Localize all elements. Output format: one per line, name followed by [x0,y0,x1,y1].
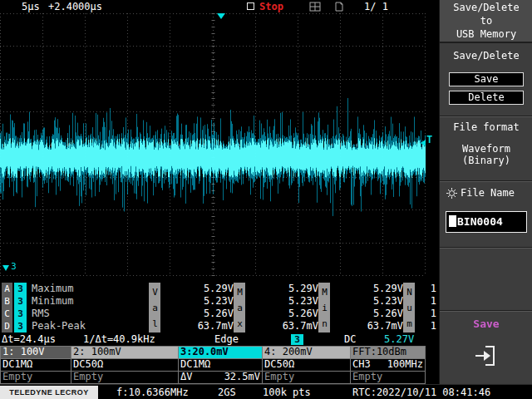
column-label-min: Min [318,283,330,332]
fft-descriptor[interactable]: FFT:10dBm CH3100MHz Empty [350,346,426,384]
measurement-count: 1 [415,308,436,320]
file-name-gear-icon [446,188,457,199]
measurement-min: 5.26V [330,308,403,320]
measurement-value: 5.26V [160,308,234,320]
channel2-coupling: DC50Ω [73,359,103,371]
slot-badge: D [2,320,12,332]
channel1-header: 1: 100V [1,347,71,359]
file-format-label: File format [440,121,532,133]
fft-info: Empty [352,372,382,383]
measurement-name: RMS [32,308,149,320]
source-badge: 3 [14,320,27,332]
measurement-min: 5.29V [330,283,403,295]
channel3-coupling: DC1MΩ [180,359,210,371]
trigger-level-arrow-icon[interactable] [421,140,426,146]
channel4-descriptor[interactable]: 4: 200mV DC50Ω Empty [262,346,351,384]
measurement-min: 5.23V [330,295,403,308]
menu-divider [440,180,532,182]
record-length-readout: 100k pts [263,387,311,398]
slot-badge: A [2,283,12,295]
save-action-button[interactable]: Save [440,318,532,330]
measurement-table: A 3 Maximum 5.29V 5.29V 5.29V 1 B 3 Mini… [0,283,439,332]
acquisition-status[interactable]: Stop [259,1,283,12]
trigger-source-badge: 3 [291,334,303,345]
status-bar: TELEDYNE LECROY f:10.6366MHz 2GS 100k pt… [0,384,532,399]
source-badge: 3 [14,283,27,295]
source-badge: 3 [14,295,27,308]
oscilloscope-screen: 5μs +2.4000μs Stop 1/ 1 T 3 A 3 Maximum … [0,0,532,399]
timebase-display[interactable]: 5μs [22,1,40,12]
channel3-header: 3:20.0mV [179,347,262,359]
channel3-info-label: ΔV [180,372,192,383]
sample-rate-readout: 2GS [218,387,236,398]
file-format-value[interactable]: Waveform (Binary) [440,143,532,166]
channel3-descriptor[interactable]: 3:20.0mV DC1MΩ ΔV32.5mV [178,346,263,384]
column-label-max: Max [234,283,245,332]
fft-source: CH3 [352,359,371,371]
fft-header: FFT:10dBm [351,347,425,359]
hardcopy-icon[interactable] [334,2,344,14]
measurement-max: 5.26V [245,308,318,320]
delete-button[interactable]: Delete [449,91,524,105]
brand-logo: TELEDYNE LECROY [0,386,98,399]
measurement-name: Minimum [32,295,149,308]
channel2-info: Empty [73,372,103,383]
trigger-coupling: DC [344,332,356,346]
measurement-name: Maximum [32,283,149,295]
waveform-canvas[interactable] [0,13,426,276]
frequency-readout: f:10.6366MHz [116,387,189,398]
top-bar: 5μs +2.4000μs Stop 1/ 1 [0,0,439,13]
slot-badge: B [2,295,12,308]
channel-descriptors: 1: 100V DC1MΩ Empty 2: 100mV DC50Ω Empty… [0,346,426,384]
column-label-num: Num [403,283,415,332]
menu-title-line1: Save/Delete [440,1,532,14]
trigger-delay-display[interactable]: +2.4000μs [48,1,102,12]
channel1-coupling: DC1MΩ [2,359,32,371]
menu-title-line3: USB Memory [440,27,532,41]
measurement-row: A 3 Maximum 5.29V 5.29V 5.29V 1 [0,283,439,295]
inv-delta-t-readout: 1/Δt=40.9kHz [83,332,155,346]
measurement-min: 63.7mV [330,320,403,332]
page-indicator: 1/ 1 [364,1,388,12]
measurement-row: B 3 Minimum 5.23V 5.23V 5.23V 1 [0,295,439,308]
menu-divider [440,116,532,117]
measurement-row: C 3 RMS 5.26V 5.26V 5.26V 1 [0,308,439,320]
delta-t-readout: Δt=24.4μs [2,332,56,346]
menu-title-line2: to [440,14,532,27]
file-name-label: File Name [461,187,515,199]
trigger-type: Edge [214,332,239,346]
channel3-info-value: 32.5mV [224,372,260,383]
side-menu: Save/Delete to USB Memory Save/Delete Sa… [439,0,532,384]
measurement-count: 1 [415,295,436,308]
rtc-clock: RTC:2022/10/11 08:41:46 [352,387,490,398]
stop-indicator-icon [247,2,254,10]
measurement-row: D 3 Peak-Peak 63.7mV 63.7mV 63.7mV 1 [0,320,439,332]
column-label-val: Val [149,283,160,332]
channel1-info: Empty [2,372,32,383]
channel3-offset-arrow-icon [2,265,9,271]
save-execute-icon[interactable] [473,341,500,373]
screen-layout-icon[interactable] [309,2,321,14]
save-button[interactable]: Save [449,72,524,86]
trigger-summary[interactable]: Δt=24.4μs 1/Δt=40.9kHz Edge 3 DC 5.27V [0,332,439,346]
channel2-header: 2: 100mV [71,347,178,359]
measurement-name: Peak-Peak [32,320,149,332]
file-name-value: BIN0004 [457,215,503,228]
menu-divider [440,247,532,249]
channel4-info: Empty [264,372,294,383]
trigger-level-readout: 5.27V [384,332,414,346]
trigger-level-marker[interactable]: T [426,134,432,145]
channel1-descriptor[interactable]: 1: 100V DC1MΩ Empty [0,346,71,384]
measurement-count: 1 [415,283,436,295]
file-name-row: File Name [446,187,515,199]
menu-title: Save/Delete to USB Memory [440,0,532,43]
slot-badge: C [2,308,12,320]
measurement-count: 1 [415,320,436,332]
file-format-line1: Waveform [440,143,532,155]
menu-divider [440,310,532,312]
channel2-descriptor[interactable]: 2: 100mV DC50Ω Empty [71,346,179,384]
file-name-input[interactable]: BIN0004 [446,211,527,233]
channel3-offset-marker[interactable]: 3 [2,262,17,271]
trigger-position-marker[interactable] [217,13,225,19]
measurement-value: 63.7mV [160,320,234,332]
